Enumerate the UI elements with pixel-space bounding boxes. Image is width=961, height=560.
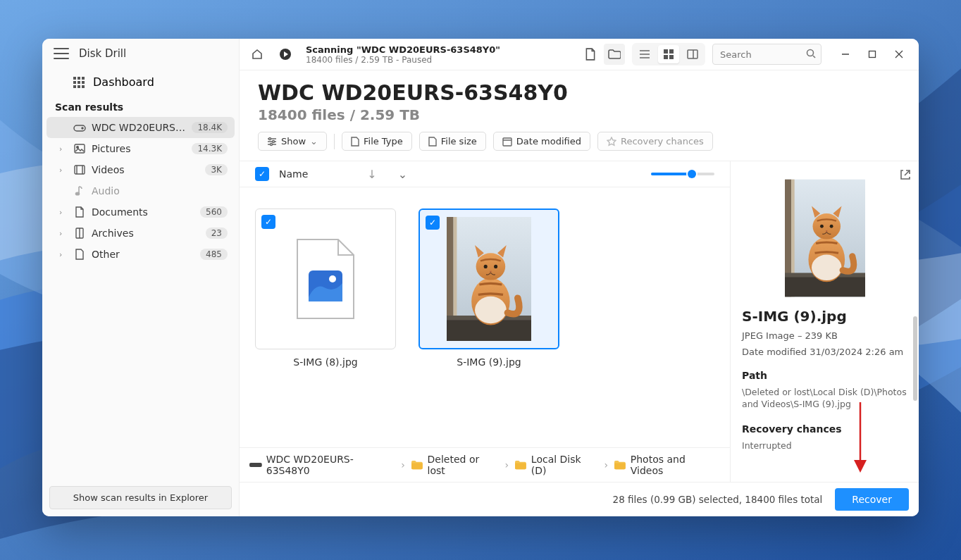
column-name[interactable]: Name — [279, 168, 308, 180]
open-external-icon[interactable] — [899, 168, 912, 181]
details-title: S-IMG (9).jpg — [742, 308, 907, 325]
maximize-icon[interactable] — [860, 44, 885, 64]
chevron-right-icon: › — [401, 459, 405, 471]
thumbnail-preview — [436, 217, 542, 341]
filter-label: Show — [281, 136, 306, 147]
breadcrumb: WDC WD20EURS-63S48Y0 › Deleted or lost ›… — [240, 447, 730, 482]
file-mode-icon[interactable] — [580, 44, 601, 65]
tree-count: 485 — [200, 249, 228, 260]
tree-item-other[interactable]: › Other 485 — [46, 244, 235, 265]
search-box — [712, 44, 822, 65]
tree-label: Audio — [92, 185, 228, 197]
svg-rect-12 — [78, 77, 80, 80]
tree-count: 3K — [205, 164, 228, 175]
file-icon — [428, 137, 437, 147]
breadcrumb-item[interactable]: WDC WD20EURS-63S48Y0 — [249, 454, 395, 476]
details-path-label: Path — [742, 370, 907, 381]
svg-rect-16 — [82, 81, 85, 84]
filter-label: Recovery chances — [621, 136, 704, 147]
tree-label: Videos — [92, 164, 199, 175]
details-recovery-label: Recovery chances — [742, 423, 907, 435]
grid-view-icon[interactable] — [658, 45, 679, 63]
search-input[interactable] — [712, 44, 822, 65]
details-type: JPEG Image – 239 KB — [742, 330, 907, 341]
tree-label: Other — [92, 249, 194, 260]
minimize-icon[interactable] — [833, 44, 858, 64]
main-area: Scanning "WDC WD20EURS-63S48Y0" 18400 fi… — [240, 39, 919, 516]
expand-icon[interactable]: › — [59, 250, 68, 259]
scrollbar[interactable] — [913, 316, 917, 401]
chevron-down-icon[interactable]: ⌄ — [398, 168, 407, 181]
file-checkbox[interactable]: ✓ — [426, 216, 440, 230]
split-view-icon[interactable] — [682, 45, 703, 63]
filter-label: File Type — [364, 136, 403, 147]
show-in-explorer-button[interactable]: Show scan results in Explorer — [49, 486, 232, 509]
filetype-filter-button[interactable]: File Type — [342, 132, 412, 151]
close-icon[interactable] — [886, 44, 912, 64]
svg-point-21 — [82, 127, 83, 129]
breadcrumb-item[interactable]: Local Disk (D) — [514, 454, 598, 476]
date-filter-button[interactable]: Date modified — [493, 132, 590, 151]
tree-item-pictures[interactable]: › Pictures 14.3K — [46, 138, 235, 159]
tree-item-audio[interactable]: Audio — [46, 180, 235, 201]
tree-label: Documents — [92, 206, 194, 218]
svg-rect-37 — [669, 55, 674, 59]
thumbnail-zoom-slider[interactable] — [651, 173, 714, 175]
tree-count: 560 — [200, 206, 228, 218]
file-card[interactable]: ✓ S-IMG (9).jpg — [418, 209, 559, 368]
sliders-icon — [267, 137, 277, 147]
filesize-filter-button[interactable]: File size — [419, 132, 486, 151]
tree-item-videos[interactable]: › Videos 3K — [46, 159, 235, 180]
chevron-right-icon: › — [504, 459, 509, 471]
list-view-icon[interactable] — [634, 45, 655, 63]
expand-icon[interactable]: › — [59, 166, 68, 175]
svg-point-49 — [269, 137, 271, 139]
tree-item-documents[interactable]: › Documents 560 — [46, 201, 235, 223]
archive-icon — [73, 228, 86, 239]
details-thumbnail — [785, 178, 865, 298]
star-icon — [607, 137, 616, 147]
grid-icon — [73, 77, 85, 88]
details-recovery-value: Interrupted — [742, 440, 907, 452]
sidebar: Disk Drill Dashboard Scan results WDC WD… — [42, 39, 240, 516]
folder-icon — [614, 460, 626, 470]
nav-dashboard[interactable]: Dashboard — [42, 70, 239, 94]
file-checkbox[interactable]: ✓ — [261, 215, 275, 229]
expand-icon[interactable]: › — [59, 144, 68, 154]
hamburger-menu-icon[interactable] — [54, 48, 69, 59]
file-name: S-IMG (8).jpg — [293, 356, 357, 368]
breadcrumb-item[interactable]: Photos and Videos — [614, 454, 720, 476]
expand-icon[interactable]: › — [59, 229, 68, 238]
drive-icon — [249, 461, 262, 468]
svg-rect-36 — [664, 55, 668, 59]
app-title: Disk Drill — [79, 47, 126, 60]
svg-rect-13 — [82, 77, 85, 80]
tree-item-drive[interactable]: WDC WD20EURS-63S4... 18.4K — [46, 117, 235, 138]
home-icon[interactable] — [247, 44, 268, 65]
expand-icon[interactable]: › — [59, 208, 68, 217]
image-icon — [73, 144, 86, 154]
recovery-filter-button[interactable]: Recovery chances — [597, 132, 713, 151]
show-filter-button[interactable]: Show ⌄ — [258, 132, 327, 151]
file-card[interactable]: ✓ S-IMG (8).jpg — [255, 209, 396, 368]
recover-button[interactable]: Recover — [835, 488, 909, 511]
play-resume-icon[interactable] — [275, 44, 296, 65]
svg-point-55 — [329, 275, 336, 282]
tree-count: 23 — [206, 228, 228, 239]
svg-rect-56 — [249, 463, 262, 467]
folder-mode-icon[interactable] — [604, 44, 625, 65]
page-header: WDC WD20EURS-63S48Y0 18400 files / 2.59 … — [240, 70, 919, 132]
svg-rect-17 — [73, 85, 76, 88]
breadcrumb-item[interactable]: Deleted or lost — [411, 454, 500, 476]
svg-point-23 — [77, 147, 79, 149]
tree-count: 14.3K — [192, 143, 228, 154]
select-all-checkbox[interactable]: ✓ — [255, 167, 269, 181]
filters-row: Show ⌄ File Type File size Date modified… — [240, 132, 919, 161]
page-title: WDC WD20EURS-63S48Y0 — [258, 80, 900, 105]
sort-down-icon[interactable]: ↓ — [367, 168, 376, 181]
tree-label: WDC WD20EURS-63S4... — [92, 122, 186, 133]
tree-label: Archives — [92, 228, 200, 239]
footer: 28 files (0.99 GB) selected, 18400 files… — [240, 482, 919, 516]
details-panel: S-IMG (9).jpg JPEG Image – 239 KB Date m… — [730, 161, 919, 482]
tree-item-archives[interactable]: › Archives 23 — [46, 223, 235, 244]
